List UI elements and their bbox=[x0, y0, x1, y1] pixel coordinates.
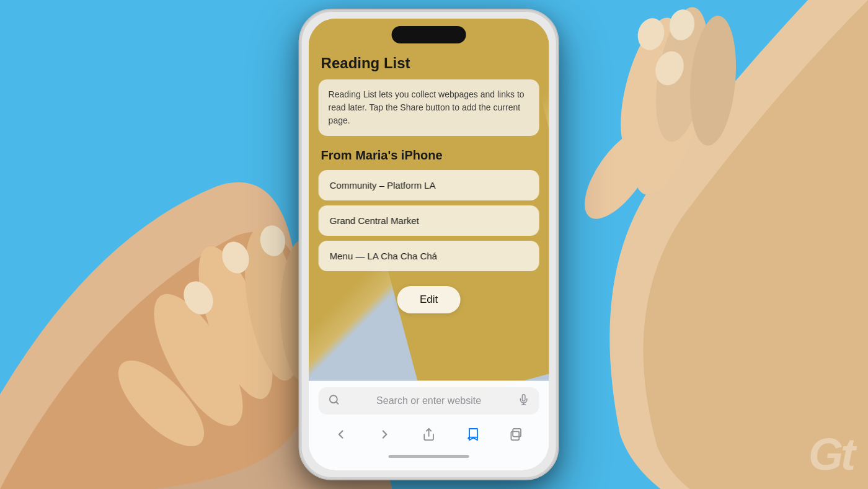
reading-item-2[interactable]: Grand Central Market bbox=[319, 205, 539, 236]
watermark-text: Gt bbox=[808, 432, 853, 477]
back-button[interactable] bbox=[327, 423, 354, 446]
forward-button[interactable] bbox=[371, 423, 398, 446]
notch-area bbox=[309, 19, 549, 50]
power-button bbox=[558, 134, 559, 190]
home-indicator bbox=[319, 447, 539, 465]
phone-screen: Reading List Reading List lets you colle… bbox=[309, 19, 549, 470]
microphone-icon[interactable] bbox=[518, 394, 529, 408]
bookmarks-button[interactable] bbox=[459, 423, 487, 446]
reading-list-info: Reading List lets you collect webpages a… bbox=[319, 79, 539, 136]
mute-button bbox=[299, 91, 300, 113]
screen-content: Reading List Reading List lets you colle… bbox=[309, 19, 549, 470]
bottom-bar: Search or enter website bbox=[309, 380, 549, 470]
edit-button-container: Edit bbox=[319, 276, 539, 321]
search-icon bbox=[329, 394, 340, 408]
volume-up-button bbox=[299, 120, 300, 158]
search-placeholder: Search or enter website bbox=[345, 395, 513, 406]
edit-button[interactable]: Edit bbox=[397, 286, 460, 313]
tabs-button[interactable] bbox=[503, 423, 531, 446]
phone-wrapper: Reading List Reading List lets you colle… bbox=[299, 9, 559, 480]
home-bar bbox=[389, 455, 469, 458]
scene: Reading List Reading List lets you colle… bbox=[0, 0, 868, 489]
reading-list-title: Reading List bbox=[319, 55, 539, 72]
scroll-area[interactable]: Reading List Reading List lets you colle… bbox=[309, 50, 549, 380]
reading-item-3[interactable]: Menu — LA Cha Cha Chá bbox=[319, 241, 539, 271]
reading-item-1[interactable]: Community – Platform LA bbox=[319, 170, 539, 200]
watermark: Gt bbox=[808, 432, 853, 477]
volume-down-button bbox=[299, 164, 300, 201]
search-bar[interactable]: Search or enter website bbox=[319, 387, 539, 415]
nav-bar bbox=[319, 421, 539, 447]
share-button[interactable] bbox=[415, 423, 443, 446]
dynamic-island bbox=[392, 26, 466, 43]
phone-frame: Reading List Reading List lets you colle… bbox=[299, 9, 559, 480]
section-header: From Maria's iPhone bbox=[319, 148, 539, 163]
svg-line-18 bbox=[336, 402, 338, 403]
